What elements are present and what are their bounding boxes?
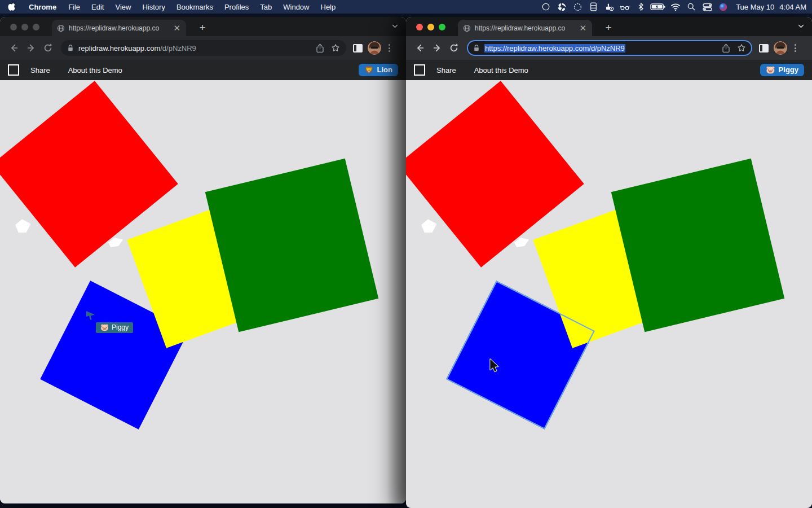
replidraw-toolbar: Share About this Demo 🐷 Piggy — [406, 60, 812, 80]
replidraw-toolbar: Share About this Demo 🦁 Lion — [0, 60, 406, 80]
bluetooth-icon[interactable] — [633, 0, 648, 14]
share-icon[interactable] — [316, 43, 324, 53]
back-button[interactable] — [6, 40, 23, 56]
menu-tab[interactable]: Tab — [254, 0, 277, 14]
address-bar[interactable]: replidraw.herokuapp.com/d/pNzNR9 — [61, 40, 346, 56]
reload-button[interactable] — [39, 40, 56, 56]
menu-edit[interactable]: Edit — [86, 0, 109, 14]
new-tab-button[interactable]: + — [196, 21, 209, 34]
presence-badge[interactable]: 🦁 Lion — [359, 64, 398, 76]
profile-avatar[interactable] — [368, 41, 381, 55]
chrome-menu-icon[interactable] — [386, 44, 392, 52]
tab-close-icon[interactable]: ✕ — [173, 24, 181, 32]
browser-toolbar: replidraw.herokuapp.com/d/pNzNR9 — [0, 36, 406, 60]
url-text-selected: https://replidraw.herokuapp.com/d/pNzNR9 — [484, 44, 625, 52]
tab-search-chevron-icon[interactable] — [391, 23, 399, 30]
drawing-canvas[interactable]: 🐷 Piggy — [0, 80, 406, 503]
time-label: 4:04 AM — [779, 3, 806, 11]
spotlight-icon[interactable] — [684, 0, 699, 14]
macos-menu-bar: Chrome File Edit View History Bookmarks … — [0, 0, 812, 14]
lock-icon — [473, 44, 480, 52]
forward-button[interactable] — [429, 40, 445, 56]
apple-menu[interactable] — [0, 2, 23, 11]
menu-view[interactable]: View — [109, 0, 136, 14]
remote-cursor-label: 🐷 Piggy — [96, 322, 133, 333]
tab-search-chevron-icon[interactable] — [797, 23, 805, 30]
mouse-cursor-icon — [488, 358, 501, 373]
minimize-window-button[interactable] — [21, 24, 28, 30]
render-artifact — [420, 217, 438, 235]
docker-icon[interactable] — [602, 0, 616, 14]
menu-bookmarks[interactable]: Bookmarks — [171, 0, 219, 14]
globe-favicon-icon — [57, 24, 65, 32]
about-demo-link[interactable]: About this Demo — [68, 66, 122, 75]
url-path: /d/pNzNR9 — [160, 44, 196, 52]
lock-icon — [67, 44, 74, 52]
profile-avatar[interactable] — [774, 41, 787, 55]
traffic-lights[interactable] — [416, 24, 445, 30]
bookmark-star-icon[interactable] — [737, 43, 746, 52]
battery-icon[interactable] — [649, 0, 667, 14]
new-rectangle-swatch[interactable] — [8, 64, 19, 76]
presence-badge[interactable]: 🐷 Piggy — [760, 64, 804, 76]
tab-title: https://replidraw.herokuapp.co — [475, 24, 575, 32]
browser-tab[interactable]: https://replidraw.herokuapp.co ✕ — [458, 20, 592, 36]
menu-history[interactable]: History — [136, 0, 170, 14]
tab-strip: https://replidraw.herokuapp.co ✕ + — [0, 17, 406, 36]
siri-icon[interactable] — [716, 0, 730, 14]
swirl-icon[interactable] — [554, 0, 569, 14]
close-window-button[interactable] — [416, 24, 423, 30]
url-host: replidraw.herokuapp.com — [78, 44, 160, 52]
presence-name: Piggy — [779, 65, 798, 74]
presence-emoji: 🦁 — [364, 65, 373, 74]
browser-window-left: https://replidraw.herokuapp.co ✕ + repli… — [0, 17, 406, 503]
share-link[interactable]: Share — [30, 66, 50, 75]
traffic-lights[interactable] — [10, 24, 39, 30]
presence-emoji: 🐷 — [766, 65, 775, 74]
remote-cursor-name: Piggy — [112, 323, 129, 331]
zoom-window-button[interactable] — [33, 24, 39, 30]
menu-help[interactable]: Help — [315, 0, 342, 14]
forward-button[interactable] — [23, 40, 39, 56]
browser-toolbar: https://replidraw.herokuapp.com/d/pNzNR9 — [406, 36, 812, 60]
tab-title: https://replidraw.herokuapp.co — [69, 24, 169, 32]
zoom-window-button[interactable] — [439, 24, 445, 30]
share-icon[interactable] — [722, 43, 730, 53]
reload-button[interactable] — [445, 40, 462, 56]
film-icon[interactable] — [586, 0, 601, 14]
circle-icon[interactable] — [539, 0, 553, 14]
new-tab-button[interactable]: + — [602, 21, 615, 34]
globe-favicon-icon — [463, 24, 471, 32]
close-window-button[interactable] — [10, 24, 17, 30]
creative-cloud-icon[interactable] — [570, 0, 585, 14]
menu-window[interactable]: Window — [277, 0, 315, 14]
menu-profiles[interactable]: Profiles — [219, 0, 254, 14]
bookmark-star-icon[interactable] — [331, 43, 340, 52]
glasses-icon[interactable] — [617, 0, 632, 14]
drawing-canvas[interactable] — [406, 80, 812, 508]
tab-close-icon[interactable]: ✕ — [579, 24, 587, 32]
back-button[interactable] — [412, 40, 429, 56]
share-link[interactable]: Share — [436, 66, 456, 75]
url-text: replidraw.herokuapp.com/d/pNzNR9 — [78, 44, 196, 52]
control-center-icon[interactable] — [700, 0, 714, 14]
new-rectangle-swatch[interactable] — [414, 64, 425, 76]
minimize-window-button[interactable] — [427, 24, 434, 30]
presence-name: Lion — [377, 65, 392, 74]
reading-list-sidebar-icon[interactable] — [353, 44, 363, 52]
remote-cursor-emoji: 🐷 — [100, 323, 109, 331]
tab-strip: https://replidraw.herokuapp.co ✕ + — [406, 17, 812, 36]
menu-bar-clock[interactable]: Tue May 10 4:04 AM — [731, 3, 806, 11]
remote-cursor-piggy-icon — [86, 310, 96, 321]
address-bar-focused[interactable]: https://replidraw.herokuapp.com/d/pNzNR9 — [467, 40, 752, 56]
menu-chrome[interactable]: Chrome — [23, 0, 63, 14]
wifi-icon[interactable] — [668, 0, 683, 14]
reading-list-sidebar-icon[interactable] — [759, 44, 769, 52]
browser-tab[interactable]: https://replidraw.herokuapp.co ✕ — [52, 20, 186, 36]
about-demo-link[interactable]: About this Demo — [474, 66, 528, 75]
browser-window-right: https://replidraw.herokuapp.co ✕ + https… — [406, 17, 812, 508]
render-artifact — [14, 217, 32, 235]
chrome-menu-icon[interactable] — [792, 44, 798, 52]
menu-file[interactable]: File — [63, 0, 86, 14]
date-label: Tue May 10 — [736, 3, 774, 11]
